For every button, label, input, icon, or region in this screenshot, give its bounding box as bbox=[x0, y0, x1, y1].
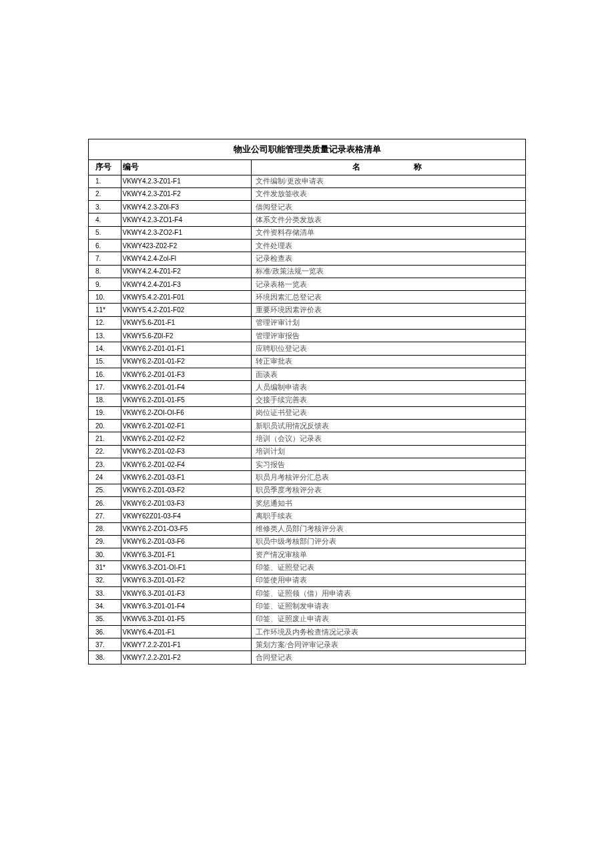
table-row: 33.VKWY6.3-Z01-01-F3印签、证照领（借）用申请表 bbox=[89, 587, 525, 600]
cell-seq: 13. bbox=[89, 330, 121, 342]
cell-code: VKWY6.2-Z01-03-F2 bbox=[121, 484, 251, 496]
cell-name: 维修类人员部门考核评分表 bbox=[251, 522, 525, 535]
cell-name: 职员月考核评分汇总表 bbox=[251, 471, 525, 484]
header-name: 名称 bbox=[251, 160, 525, 175]
table-row: 8.VKWY4.2.4-Z01-F2标准/政策法规一览表 bbox=[89, 265, 525, 278]
cell-name: 管理评审计划 bbox=[251, 316, 525, 329]
cell-name: 策划方案/合同评审记录表 bbox=[251, 638, 525, 651]
table-row: 38.VKWY7.2.2-Z01-F2合同登记表 bbox=[89, 651, 525, 664]
header-code: 编号 bbox=[121, 160, 251, 175]
cell-code: VKWV6.3-Z01-01-F5 bbox=[121, 612, 251, 625]
table-row: 21.VKWY6.2-Z01-02-F2培训（会议）记录表 bbox=[89, 432, 525, 445]
table-row: 22.VKWY6.2-Z01-02-F3培训计划 bbox=[89, 445, 525, 458]
table-row: 15.VKWY6.2-Z01-01-F2转正审批表 bbox=[89, 355, 525, 368]
table-row: 31*VKWY6.3-ZO1-OI-F1印签、证照登记表 bbox=[89, 561, 525, 574]
cell-code: VKWY6.2-Z01-02-F4 bbox=[121, 458, 251, 471]
table-row: 3.VKWY4.2.3-Z0I-F3借阅登记表 bbox=[89, 201, 525, 213]
cell-seq: 14. bbox=[89, 342, 121, 355]
cell-name: 职员季度考核评分表 bbox=[251, 484, 525, 496]
cell-seq: 35. bbox=[89, 612, 121, 625]
cell-seq: 32. bbox=[89, 574, 121, 586]
cell-seq: 15. bbox=[89, 355, 121, 368]
cell-code: VKWY6.2-Z01-01-F3 bbox=[121, 368, 251, 380]
cell-seq: 3. bbox=[89, 201, 121, 213]
cell-name: 记录表格一览表 bbox=[251, 278, 525, 290]
cell-code: VKWY6.2-Z01-02-F3 bbox=[121, 445, 251, 458]
cell-seq: 17. bbox=[89, 381, 121, 394]
table-row: 36.VKWY6.4-Z01-F1工作环境及内务检查情况记录表 bbox=[89, 625, 525, 638]
cell-seq: 16. bbox=[89, 368, 121, 380]
cell-seq: 27. bbox=[89, 510, 121, 522]
table-row: 37.VKWY7.2.2-Z01-F1策划方案/合同评审记录表 bbox=[89, 638, 525, 651]
table-row: 29.VKWY6.2-Z01-03-F6职员中级考核部门评分表 bbox=[89, 535, 525, 548]
cell-seq: 20. bbox=[89, 420, 121, 432]
cell-name: 应聘职位登记表 bbox=[251, 342, 525, 355]
cell-name: 印签、证照制发申请表 bbox=[251, 600, 525, 612]
cell-code: VKWY4.2.3-Z01-F2 bbox=[121, 187, 251, 200]
table-row: 32.VKWY6.3-Z01-01-F2印签使用申请表 bbox=[89, 574, 525, 586]
cell-name: 资产情况审核单 bbox=[251, 548, 525, 561]
header-row: 序号 编号 名称 bbox=[89, 160, 525, 175]
cell-code: VKWY6.3-Z01-F1 bbox=[121, 548, 251, 561]
table-row: 2.VKWY4.2.3-Z01-F2文件发放签收表 bbox=[89, 187, 525, 200]
cell-code: VKWY6.3-ZO1-OI-F1 bbox=[121, 561, 251, 574]
table-row: 5.VKWY4.2.3-ZO2-F1文件资料存储清单 bbox=[89, 226, 525, 239]
table-row: 6.VKWY423-Z02-F2文件处理表 bbox=[89, 239, 525, 252]
cell-seq: 26. bbox=[89, 496, 121, 509]
table-row: 19.VKWY6.2-ZOI-OI-F6岗位证书登记表 bbox=[89, 406, 525, 419]
cell-name: 新职员试用情况反馈表 bbox=[251, 420, 525, 432]
cell-seq: 2. bbox=[89, 187, 121, 200]
cell-seq: 18. bbox=[89, 394, 121, 406]
cell-seq: 36. bbox=[89, 625, 121, 638]
cell-code: VKWY5.6-Z01-F1 bbox=[121, 316, 251, 329]
cell-name: 管理评审报告 bbox=[251, 330, 525, 342]
cell-code: VKWY6.4-Z01-F1 bbox=[121, 625, 251, 638]
table-row: 17.VKWY6.2-Z01-01-F4人员编制申请表 bbox=[89, 381, 525, 394]
cell-code: VKWY6.2-Z01-03-F1 bbox=[121, 471, 251, 484]
cell-seq: 23. bbox=[89, 458, 121, 471]
cell-seq: 38. bbox=[89, 651, 121, 664]
cell-name: 合同登记表 bbox=[251, 651, 525, 664]
cell-code: VKWY6.3-Z01-01-F4 bbox=[121, 600, 251, 612]
table-row: 13.VKWY5.6-Z0I-F2管理评审报告 bbox=[89, 330, 525, 342]
cell-name: 印签使用申请表 bbox=[251, 574, 525, 586]
cell-name: 职员中级考核部门评分表 bbox=[251, 535, 525, 548]
cell-code: VKWY6:2-Z01:03-F3 bbox=[121, 496, 251, 509]
cell-code: VKWY5.4.2-Z01-F01 bbox=[121, 291, 251, 304]
cell-code: VKWY4.2.4-Z01-F2 bbox=[121, 265, 251, 278]
cell-seq: 11* bbox=[89, 304, 121, 316]
cell-name: 环境因素汇总登记表 bbox=[251, 291, 525, 304]
cell-name: 工作环境及内务检查情况记录表 bbox=[251, 625, 525, 638]
cell-seq: 5. bbox=[89, 226, 121, 239]
cell-code: VKWY6.2-ZOI-OI-F6 bbox=[121, 406, 251, 419]
table-row: 34.VKWY6.3-Z01-01-F4印签、证照制发申请表 bbox=[89, 600, 525, 612]
cell-code: VKWY7.2.2-Z01-F2 bbox=[121, 651, 251, 664]
table-row: 16.VKWY6.2-Z01-01-F3面谈表 bbox=[89, 368, 525, 380]
cell-name: 印签、证照废止申请表 bbox=[251, 612, 525, 625]
table-row: 23.VKWY6.2-Z01-02-F4实习报告 bbox=[89, 458, 525, 471]
cell-name: 标准/政策法规一览表 bbox=[251, 265, 525, 278]
cell-seq: 19. bbox=[89, 406, 121, 419]
cell-seq: 7. bbox=[89, 252, 121, 265]
cell-code: VKWY6.2-Z01-02-F1 bbox=[121, 420, 251, 432]
cell-name: 体系文件分类发放表 bbox=[251, 213, 525, 226]
table-row: 20.VKWY6.2-Z01-02-F1新职员试用情况反馈表 bbox=[89, 420, 525, 432]
cell-name: 记录检查表 bbox=[251, 252, 525, 265]
cell-seq: 34. bbox=[89, 600, 121, 612]
table-row: 24VKWY6.2-Z01-03-F1职员月考核评分汇总表 bbox=[89, 471, 525, 484]
cell-code: VKWY6.3-Z01-01-F2 bbox=[121, 574, 251, 586]
table-row: 18.VKWY6.2-Z01-01-F5交接手续完善表 bbox=[89, 394, 525, 406]
cell-seq: 37. bbox=[89, 638, 121, 651]
cell-seq: 31* bbox=[89, 561, 121, 574]
cell-code: VKWY6.2-Z01-01-F5 bbox=[121, 394, 251, 406]
cell-seq: 1. bbox=[89, 175, 121, 187]
cell-name: 文件编制/更改申请表 bbox=[251, 175, 525, 187]
cell-code: VKWY423-Z02-F2 bbox=[121, 239, 251, 252]
table-row: 28.VKWY6.2-ZO1-O3-F5维修类人员部门考核评分表 bbox=[89, 522, 525, 535]
record-table: 序号 编号 名称 1.VKWY4.2.3-Z01-F1文件编制/更改申请表2.V… bbox=[89, 160, 525, 664]
cell-name: 实习报告 bbox=[251, 458, 525, 471]
cell-name: 印签、证照领（借）用申请表 bbox=[251, 587, 525, 600]
cell-code: VKWY6.2-Z01-01-F1 bbox=[121, 342, 251, 355]
cell-seq: 6. bbox=[89, 239, 121, 252]
cell-seq: 29. bbox=[89, 535, 121, 548]
